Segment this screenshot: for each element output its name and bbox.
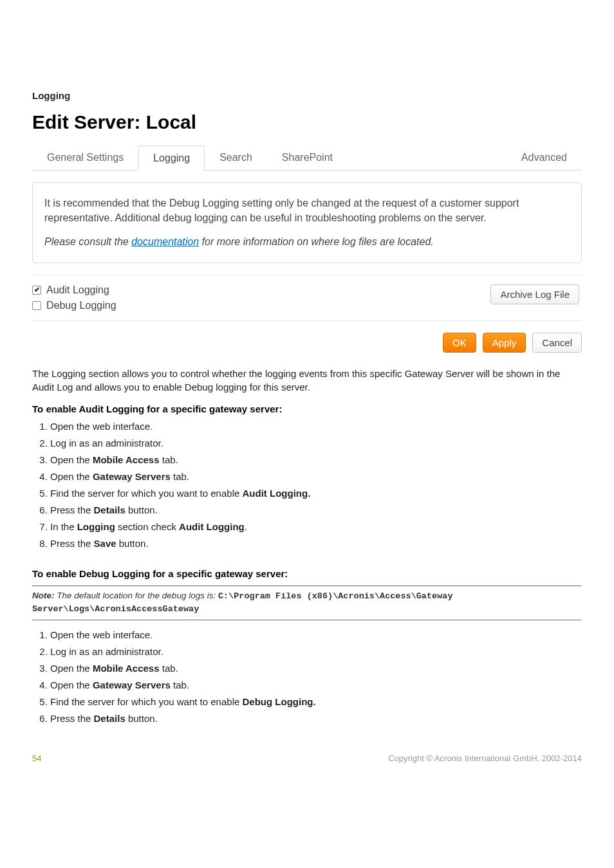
note-label: Note:: [32, 591, 55, 600]
list-item: Press the Details button.: [50, 503, 582, 517]
debug-logging-label: Debug Logging: [46, 300, 116, 311]
audit-heading: To enable Audit Logging for a specific g…: [32, 403, 582, 414]
list-item: Open the Gateway Servers tab.: [50, 678, 582, 692]
info-note: Please consult the documentation for mor…: [44, 234, 570, 249]
list-item: Open the web interface.: [50, 420, 582, 433]
audit-logging-checkbox[interactable]: Audit Logging: [32, 284, 116, 296]
audit-steps-list: Open the web interface.Log in as an admi…: [32, 420, 582, 550]
list-item: Log in as an administrator.: [50, 436, 582, 450]
tab-logging[interactable]: Logging: [138, 145, 205, 171]
page-title: Edit Server: Local: [32, 111, 582, 133]
tab-general-settings[interactable]: General Settings: [32, 145, 138, 170]
copyright: Copyright © Acronis International GmbH, …: [388, 753, 582, 763]
note-block: Note: The default location for the debug…: [32, 586, 582, 620]
checkbox-icon: [32, 286, 41, 295]
tab-search[interactable]: Search: [205, 145, 267, 170]
list-item: Press the Save button.: [50, 537, 582, 550]
audit-logging-label: Audit Logging: [46, 284, 109, 296]
list-item: Open the Gateway Servers tab.: [50, 470, 582, 483]
checkbox-row: Audit Logging Debug Logging Archive Log …: [32, 275, 582, 321]
info-paragraph: It is recommended that the Debug Logging…: [44, 196, 570, 225]
checkbox-icon: [32, 301, 41, 310]
info-note-after: for more information on where log files …: [199, 236, 434, 247]
list-item: In the Logging section check Audit Loggi…: [50, 520, 582, 533]
page-number: 54: [32, 753, 41, 763]
note-text: The default location for the debug logs …: [55, 591, 218, 600]
documentation-link[interactable]: documentation: [131, 236, 199, 247]
debug-heading: To enable Debug Logging for a specific g…: [32, 568, 582, 579]
debug-logging-checkbox[interactable]: Debug Logging: [32, 300, 116, 311]
list-item: Open the web interface.: [50, 628, 582, 642]
button-row: OK Apply Cancel: [32, 321, 582, 367]
description-paragraph: The Logging section allows you to contro…: [32, 367, 582, 395]
debug-steps-list: Open the web interface.Log in as an admi…: [32, 628, 582, 725]
tab-advanced[interactable]: Advanced: [507, 145, 582, 170]
list-item: Find the server for which you want to en…: [50, 695, 582, 708]
tab-sharepoint[interactable]: SharePoint: [267, 145, 348, 170]
tabs-bar: General Settings Logging Search SharePoi…: [32, 145, 582, 171]
info-note-before: Please consult the: [44, 236, 131, 247]
archive-log-file-button[interactable]: Archive Log File: [490, 284, 579, 304]
cancel-button[interactable]: Cancel: [532, 333, 582, 353]
page-footer: 54 Copyright © Acronis International Gmb…: [32, 753, 582, 763]
apply-button[interactable]: Apply: [483, 333, 526, 353]
list-item: Press the Details button.: [50, 712, 582, 725]
section-label: Logging: [32, 90, 582, 101]
list-item: Open the Mobile Access tab.: [50, 453, 582, 466]
checkbox-group: Audit Logging Debug Logging: [32, 284, 116, 311]
list-item: Log in as an administrator.: [50, 645, 582, 658]
list-item: Open the Mobile Access tab.: [50, 661, 582, 675]
list-item: Find the server for which you want to en…: [50, 486, 582, 500]
info-box: It is recommended that the Debug Logging…: [32, 182, 582, 263]
ok-button[interactable]: OK: [443, 333, 476, 353]
